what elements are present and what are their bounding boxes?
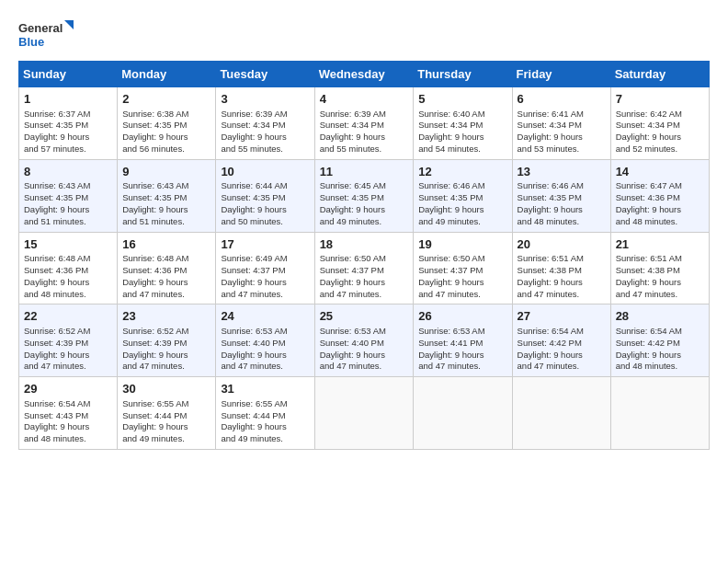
day-info-line: Sunrise: 6:39 AM [221, 109, 309, 121]
day-info-line: Sunrise: 6:45 AM [320, 180, 409, 192]
day-info-line: Daylight: 9 hours [418, 350, 506, 362]
day-info-line: Daylight: 9 hours [320, 350, 409, 362]
calendar-day-cell [414, 377, 512, 450]
day-number: 2 [122, 91, 210, 108]
calendar-day-cell: 30Sunrise: 6:55 AMSunset: 4:44 PMDayligh… [118, 377, 216, 450]
day-info-line: and 47 minutes. [122, 289, 210, 301]
logo: General Blue [18, 18, 74, 52]
day-info-line: Sunset: 4:36 PM [24, 265, 112, 277]
day-info-line: and 47 minutes. [418, 361, 506, 373]
weekday-header-tuesday: Tuesday [216, 62, 314, 87]
day-info-line: Sunrise: 6:48 AM [122, 253, 210, 265]
day-info-line: Sunrise: 6:46 AM [418, 180, 506, 192]
day-info-line: Sunrise: 6:47 AM [616, 180, 704, 192]
day-info-line: Sunset: 4:34 PM [518, 120, 606, 132]
day-info-line: Sunset: 4:42 PM [616, 338, 704, 350]
svg-text:General: General [18, 21, 63, 35]
day-info-line: Sunset: 4:35 PM [122, 120, 210, 132]
day-info-line: Sunrise: 6:44 AM [221, 180, 309, 192]
day-info-line: Sunset: 4:37 PM [320, 265, 409, 277]
day-info-line: Daylight: 9 hours [518, 350, 606, 362]
day-info-line: Sunset: 4:35 PM [24, 192, 112, 204]
calendar-day-cell: 29Sunrise: 6:54 AMSunset: 4:43 PMDayligh… [19, 377, 118, 450]
day-info-line: and 47 minutes. [518, 289, 606, 301]
day-info-line: Sunrise: 6:41 AM [518, 109, 606, 121]
calendar-day-cell: 12Sunrise: 6:46 AMSunset: 4:35 PMDayligh… [414, 159, 512, 232]
day-number: 25 [320, 308, 409, 325]
calendar-day-cell: 22Sunrise: 6:52 AMSunset: 4:39 PMDayligh… [19, 304, 118, 377]
day-info-line: Daylight: 9 hours [24, 204, 112, 216]
day-info-line: Sunset: 4:37 PM [418, 265, 506, 277]
calendar-day-cell: 11Sunrise: 6:45 AMSunset: 4:35 PMDayligh… [314, 159, 414, 232]
day-info-line: Daylight: 9 hours [221, 132, 309, 144]
calendar-day-cell: 4Sunrise: 6:39 AMSunset: 4:34 PMDaylight… [314, 87, 414, 160]
calendar-week-row: 22Sunrise: 6:52 AMSunset: 4:39 PMDayligh… [19, 304, 710, 377]
day-number: 31 [221, 381, 309, 397]
calendar-day-cell: 23Sunrise: 6:52 AMSunset: 4:39 PMDayligh… [118, 304, 216, 377]
day-info-line: and 50 minutes. [221, 216, 309, 228]
calendar-week-row: 1Sunrise: 6:37 AMSunset: 4:35 PMDaylight… [19, 87, 710, 160]
day-info-line: Sunset: 4:35 PM [418, 192, 506, 204]
day-info-line: Sunset: 4:39 PM [24, 338, 112, 350]
day-info-line: Daylight: 9 hours [616, 277, 704, 289]
day-number: 28 [616, 308, 704, 325]
day-info-line: Sunset: 4:34 PM [221, 120, 309, 132]
day-info-line: and 48 minutes. [616, 361, 704, 373]
calendar-day-cell: 15Sunrise: 6:48 AMSunset: 4:36 PMDayligh… [19, 232, 118, 304]
day-info-line: Sunset: 4:34 PM [616, 120, 704, 132]
day-info-line: and 47 minutes. [320, 361, 409, 373]
day-info-line: Daylight: 9 hours [24, 277, 112, 289]
calendar-day-cell [512, 377, 610, 450]
day-info-line: Sunrise: 6:43 AM [24, 180, 112, 192]
calendar-week-row: 8Sunrise: 6:43 AMSunset: 4:35 PMDaylight… [19, 159, 710, 232]
day-number: 11 [320, 164, 409, 180]
day-number: 27 [518, 308, 606, 325]
day-info-line: Sunrise: 6:38 AM [122, 109, 210, 121]
day-info-line: and 57 minutes. [24, 144, 112, 155]
day-info-line: Sunrise: 6:40 AM [418, 109, 506, 121]
calendar-day-cell: 3Sunrise: 6:39 AMSunset: 4:34 PMDaylight… [216, 87, 314, 160]
day-info-line: Sunrise: 6:42 AM [616, 109, 704, 121]
calendar-day-cell: 31Sunrise: 6:55 AMSunset: 4:44 PMDayligh… [216, 377, 314, 450]
calendar-day-cell: 28Sunrise: 6:54 AMSunset: 4:42 PMDayligh… [610, 304, 709, 377]
day-number: 12 [418, 164, 506, 180]
day-info-line: Daylight: 9 hours [320, 204, 409, 216]
day-info-line: Sunset: 4:44 PM [122, 410, 210, 422]
weekday-header-row: SundayMondayTuesdayWednesdayThursdayFrid… [19, 62, 710, 87]
day-info-line: and 49 minutes. [221, 433, 309, 445]
day-info-line: and 55 minutes. [320, 144, 409, 155]
day-info-line: Sunset: 4:39 PM [122, 338, 210, 350]
day-number: 16 [122, 236, 210, 253]
calendar-day-cell: 17Sunrise: 6:49 AMSunset: 4:37 PMDayligh… [216, 232, 314, 304]
day-info-line: Sunrise: 6:55 AM [122, 398, 210, 410]
day-info-line: Sunset: 4:35 PM [518, 192, 606, 204]
calendar-day-cell: 6Sunrise: 6:41 AMSunset: 4:34 PMDaylight… [512, 87, 610, 160]
day-info-line: Daylight: 9 hours [616, 132, 704, 144]
day-info-line: and 49 minutes. [320, 216, 409, 228]
day-info-line: and 47 minutes. [24, 361, 112, 373]
day-number: 9 [122, 164, 210, 180]
day-number: 22 [24, 308, 112, 325]
day-info-line: Sunset: 4:35 PM [24, 120, 112, 132]
calendar-day-cell: 27Sunrise: 6:54 AMSunset: 4:42 PMDayligh… [512, 304, 610, 377]
day-info-line: Daylight: 9 hours [221, 204, 309, 216]
day-number: 26 [418, 308, 506, 325]
weekday-header-monday: Monday [118, 62, 216, 87]
day-info-line: Daylight: 9 hours [320, 132, 409, 144]
day-info-line: Sunset: 4:35 PM [122, 192, 210, 204]
day-number: 18 [320, 236, 409, 253]
day-info-line: Daylight: 9 hours [122, 277, 210, 289]
day-number: 14 [616, 164, 704, 180]
calendar-day-cell: 5Sunrise: 6:40 AMSunset: 4:34 PMDaylight… [414, 87, 512, 160]
day-info-line: Sunset: 4:40 PM [221, 338, 309, 350]
day-info-line: Sunrise: 6:53 AM [221, 326, 309, 338]
day-info-line: Sunset: 4:42 PM [518, 338, 606, 350]
day-info-line: Sunrise: 6:43 AM [122, 180, 210, 192]
day-info-line: and 48 minutes. [24, 433, 112, 445]
day-info-line: and 49 minutes. [122, 433, 210, 445]
calendar-day-cell: 7Sunrise: 6:42 AMSunset: 4:34 PMDaylight… [610, 87, 709, 160]
day-info-line: and 47 minutes. [122, 361, 210, 373]
day-info-line: Sunrise: 6:48 AM [24, 253, 112, 265]
day-number: 17 [221, 236, 309, 253]
weekday-header-wednesday: Wednesday [314, 62, 414, 87]
